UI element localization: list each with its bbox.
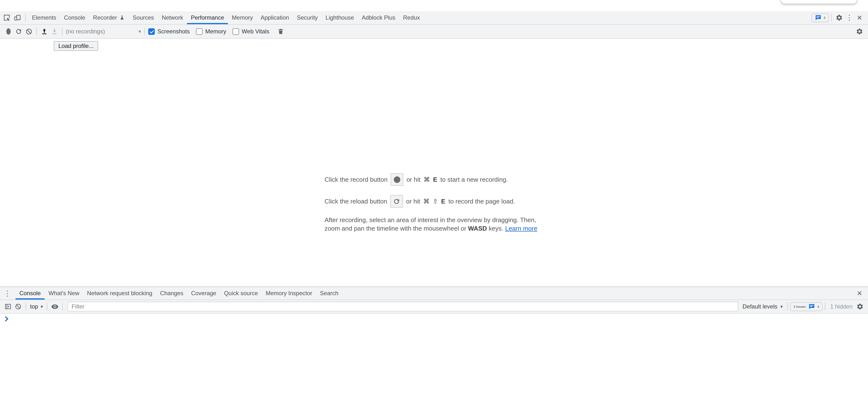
tab-security[interactable]: Security	[293, 11, 321, 24]
drawer-tab-console[interactable]: Console	[16, 287, 44, 300]
recordings-select[interactable]: (no recordings) ▾	[66, 28, 141, 35]
tab-performance[interactable]: Performance	[187, 11, 228, 24]
issues-button[interactable]: 3	[812, 13, 829, 22]
drawer-tab-coverage[interactable]: Coverage	[187, 287, 220, 300]
capture-settings-gear-icon[interactable]	[855, 26, 865, 37]
tab-label: Memory	[232, 14, 253, 21]
shift-key-glyph: ⇧	[433, 198, 438, 205]
top-strip	[0, 0, 868, 11]
tab-label: Network request blocking	[87, 290, 152, 297]
usage-paragraph: After recording, select an area of inter…	[324, 216, 537, 233]
divider	[787, 303, 787, 310]
record-instruction-line: Click the record button or hit ⌘ E to st…	[324, 173, 537, 186]
tab-label: Console	[64, 14, 85, 21]
drawer-tab-memory-inspector[interactable]: Memory Inspector	[262, 287, 316, 300]
checkbox-label: Screenshots	[157, 28, 190, 35]
drawer-tab-network-request-blocking[interactable]: Network request blocking	[83, 287, 156, 300]
tab-network[interactable]: Network	[158, 11, 187, 24]
tab-sources[interactable]: Sources	[129, 11, 158, 24]
clear-recording-icon[interactable]	[24, 26, 34, 37]
drawer-tab-search[interactable]: Search	[316, 287, 342, 300]
paragraph-text: zoom and pan the timeline with the mouse…	[324, 225, 468, 232]
tab-label: Security	[297, 14, 318, 21]
drawer-tab-quick-source[interactable]: Quick source	[220, 287, 262, 300]
tab-lighthouse[interactable]: Lighthouse	[321, 11, 358, 24]
console-issues-button[interactable]: 3 Issues: 3	[790, 302, 823, 311]
learn-more-link[interactable]: Learn more	[505, 225, 537, 232]
record-button-illustration[interactable]	[391, 173, 403, 186]
close-devtools-icon[interactable]: ✕	[855, 12, 865, 23]
checkbox-unchecked-icon	[196, 28, 203, 35]
flask-icon	[119, 15, 125, 21]
load-profile-icon[interactable]	[39, 26, 50, 37]
tab-label: Search	[320, 290, 338, 297]
inspect-element-button[interactable]	[1, 12, 12, 23]
save-profile-icon[interactable]	[50, 26, 60, 37]
reload-and-record-button[interactable]	[13, 26, 24, 37]
divider	[144, 28, 145, 35]
console-filter-input[interactable]	[68, 302, 738, 311]
recordings-select-value: (no recordings)	[66, 28, 105, 35]
drawer-right-cluster: ✕	[855, 288, 868, 298]
performance-toolbar: (no recordings) ▾ Screenshots Memory Web…	[0, 25, 868, 39]
load-profile-tooltip: Load profile...	[54, 41, 98, 51]
instruction-text: or hit	[406, 198, 420, 205]
issues-count: 3	[817, 305, 819, 308]
chat-bubble-icon	[808, 303, 815, 310]
execution-context-select[interactable]: top ▾	[30, 303, 43, 310]
levels-value: Default levels	[743, 303, 777, 310]
tab-label: What's New	[49, 290, 79, 297]
console-settings-gear-icon[interactable]	[855, 302, 865, 312]
web-vitals-checkbox[interactable]: Web Vitals	[232, 28, 269, 35]
device-toolbar-button[interactable]	[12, 12, 23, 23]
tab-adblock-plus[interactable]: Adblock Plus	[358, 11, 399, 24]
tab-label: Recorder	[93, 14, 117, 21]
divider	[62, 28, 62, 35]
memory-checkbox[interactable]: Memory	[196, 28, 226, 35]
screenshots-checkbox[interactable]: Screenshots	[148, 28, 190, 35]
garbage-collect-icon[interactable]	[276, 26, 286, 37]
live-expression-eye-icon[interactable]	[50, 302, 60, 312]
divider	[825, 303, 826, 310]
tab-recorder[interactable]: Recorder	[89, 11, 129, 24]
drawer-tab-whats-new[interactable]: What's New	[44, 287, 83, 300]
floating-popup-remnant	[781, 0, 857, 4]
log-levels-select[interactable]: Default levels ▾	[743, 303, 783, 310]
instruction-text: to start a new recording.	[440, 176, 508, 183]
hidden-messages-label: 1 hidden	[830, 303, 852, 310]
tab-label: Lighthouse	[326, 14, 354, 21]
checkbox-checked-icon	[148, 28, 155, 35]
console-messages-area[interactable]	[0, 313, 868, 406]
drawer: ⋮ Console What's New Network request blo…	[0, 286, 868, 406]
paragraph-text: keys.	[487, 225, 505, 232]
instruction-text: Click the record button	[324, 176, 388, 183]
more-tools-icon[interactable]: ⋮	[0, 289, 16, 298]
key-glyph: E	[433, 176, 437, 183]
tab-redux[interactable]: Redux	[399, 11, 424, 24]
paragraph-text: After recording, select an area of inter…	[324, 216, 536, 224]
record-dot-icon	[394, 176, 400, 183]
record-button[interactable]	[3, 26, 13, 37]
tab-application[interactable]: Application	[257, 11, 293, 24]
console-prompt-chevron-icon	[4, 316, 10, 322]
settings-gear-icon[interactable]	[834, 12, 844, 23]
clear-console-icon[interactable]	[13, 302, 23, 312]
cmd-key-glyph: ⌘	[424, 176, 430, 183]
tab-console[interactable]: Console	[60, 11, 89, 24]
divider	[25, 14, 26, 22]
chevron-down-icon: ▾	[40, 304, 43, 309]
tab-label: Performance	[191, 14, 224, 21]
empty-state-instructions: Click the record button or hit ⌘ E to st…	[324, 173, 537, 233]
issues-count: 3	[824, 16, 826, 20]
more-options-icon[interactable]: ⋮	[844, 12, 855, 23]
close-drawer-icon[interactable]: ✕	[855, 288, 865, 298]
console-toolbar: top ▾ Default levels ▾ 3 Issues: 3 1 hid…	[0, 300, 868, 313]
tab-elements[interactable]: Elements	[28, 11, 60, 24]
tab-memory[interactable]: Memory	[228, 11, 257, 24]
tab-label: Coverage	[191, 290, 216, 297]
drawer-tab-changes[interactable]: Changes	[156, 287, 187, 300]
reload-button-illustration[interactable]	[391, 195, 403, 208]
console-sidebar-icon[interactable]	[3, 302, 13, 312]
tab-label: Sources	[133, 14, 154, 21]
divider	[47, 303, 47, 310]
